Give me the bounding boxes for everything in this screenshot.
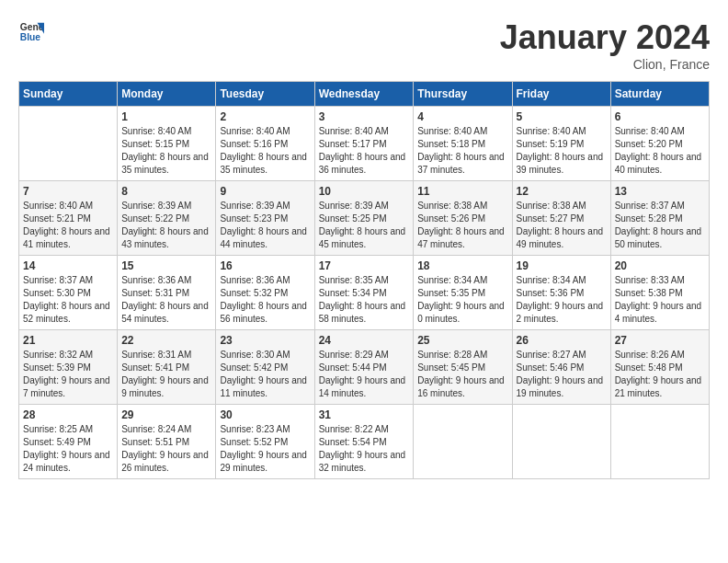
day-detail: Sunrise: 8:36 AMSunset: 5:31 PMDaylight:…: [121, 274, 211, 326]
title-block: January 2024 Clion, France: [500, 18, 710, 72]
weekday-header-cell: Saturday: [610, 82, 709, 107]
calendar-table: SundayMondayTuesdayWednesdayThursdayFrid…: [18, 81, 710, 479]
day-number: 21: [23, 334, 113, 347]
day-number: 29: [121, 408, 211, 421]
day-number: 19: [517, 259, 607, 272]
calendar-cell: 11Sunrise: 8:38 AMSunset: 5:26 PMDayligh…: [414, 181, 512, 256]
day-detail: Sunrise: 8:40 AMSunset: 5:16 PMDaylight:…: [220, 125, 310, 177]
calendar-cell: 31Sunrise: 8:22 AMSunset: 5:54 PMDayligh…: [314, 405, 414, 479]
calendar-cell: 14Sunrise: 8:37 AMSunset: 5:30 PMDayligh…: [19, 256, 118, 330]
calendar-cell: 21Sunrise: 8:32 AMSunset: 5:39 PMDayligh…: [19, 330, 118, 405]
day-detail: Sunrise: 8:34 AMSunset: 5:36 PMDaylight:…: [517, 274, 607, 326]
calendar-cell: 2Sunrise: 8:40 AMSunset: 5:16 PMDaylight…: [216, 107, 314, 181]
weekday-header-cell: Monday: [118, 82, 216, 107]
day-number: 20: [615, 259, 705, 272]
logo: General Blue: [18, 18, 44, 44]
logo-icon: General Blue: [18, 18, 44, 44]
calendar-week-row: 21Sunrise: 8:32 AMSunset: 5:39 PMDayligh…: [19, 330, 710, 405]
calendar-cell: 10Sunrise: 8:39 AMSunset: 5:25 PMDayligh…: [314, 181, 414, 256]
calendar-week-row: 28Sunrise: 8:25 AMSunset: 5:49 PMDayligh…: [19, 405, 710, 479]
day-detail: Sunrise: 8:26 AMSunset: 5:48 PMDaylight:…: [615, 349, 705, 400]
calendar-cell: 29Sunrise: 8:24 AMSunset: 5:51 PMDayligh…: [118, 405, 216, 479]
day-detail: Sunrise: 8:28 AMSunset: 5:45 PMDaylight:…: [417, 349, 507, 400]
day-detail: Sunrise: 8:39 AMSunset: 5:25 PMDaylight:…: [319, 200, 410, 251]
day-detail: Sunrise: 8:40 AMSunset: 5:18 PMDaylight:…: [417, 125, 507, 177]
day-detail: Sunrise: 8:24 AMSunset: 5:51 PMDaylight:…: [121, 423, 211, 475]
day-number: 8: [121, 185, 211, 198]
calendar-cell: 4Sunrise: 8:40 AMSunset: 5:18 PMDaylight…: [414, 107, 512, 181]
day-detail: Sunrise: 8:35 AMSunset: 5:34 PMDaylight:…: [319, 274, 410, 326]
day-detail: Sunrise: 8:37 AMSunset: 5:30 PMDaylight:…: [23, 274, 113, 326]
day-detail: Sunrise: 8:30 AMSunset: 5:42 PMDaylight:…: [220, 349, 310, 400]
day-detail: Sunrise: 8:40 AMSunset: 5:15 PMDaylight:…: [121, 125, 211, 177]
day-number: 4: [417, 110, 507, 123]
calendar-cell: 5Sunrise: 8:40 AMSunset: 5:19 PMDaylight…: [512, 107, 610, 181]
location: Clion, France: [500, 57, 710, 72]
day-number: 12: [517, 185, 607, 198]
day-detail: Sunrise: 8:40 AMSunset: 5:21 PMDaylight:…: [23, 200, 113, 251]
day-detail: Sunrise: 8:39 AMSunset: 5:23 PMDaylight:…: [220, 200, 310, 251]
page-header: General Blue January 2024 Clion, France: [18, 18, 710, 72]
calendar-cell: 1Sunrise: 8:40 AMSunset: 5:15 PMDaylight…: [118, 107, 216, 181]
day-number: 9: [220, 185, 310, 198]
calendar-week-row: 14Sunrise: 8:37 AMSunset: 5:30 PMDayligh…: [19, 256, 710, 330]
weekday-header-cell: Sunday: [19, 82, 118, 107]
day-number: 15: [121, 259, 211, 272]
weekday-header-cell: Friday: [512, 82, 610, 107]
day-detail: Sunrise: 8:32 AMSunset: 5:39 PMDaylight:…: [23, 349, 113, 400]
day-detail: Sunrise: 8:40 AMSunset: 5:17 PMDaylight:…: [319, 125, 410, 177]
calendar-cell: 13Sunrise: 8:37 AMSunset: 5:28 PMDayligh…: [610, 181, 709, 256]
day-detail: Sunrise: 8:38 AMSunset: 5:27 PMDaylight:…: [517, 200, 607, 251]
day-number: 27: [615, 334, 705, 347]
day-detail: Sunrise: 8:31 AMSunset: 5:41 PMDaylight:…: [121, 349, 211, 400]
calendar-cell: 17Sunrise: 8:35 AMSunset: 5:34 PMDayligh…: [314, 256, 414, 330]
day-detail: Sunrise: 8:40 AMSunset: 5:19 PMDaylight:…: [517, 125, 607, 177]
calendar-cell: 3Sunrise: 8:40 AMSunset: 5:17 PMDaylight…: [314, 107, 414, 181]
day-number: 22: [121, 334, 211, 347]
day-number: 11: [417, 185, 507, 198]
day-number: 3: [319, 110, 410, 123]
day-detail: Sunrise: 8:36 AMSunset: 5:32 PMDaylight:…: [220, 274, 310, 326]
day-number: 18: [417, 259, 507, 272]
calendar-cell: [512, 405, 610, 479]
calendar-cell: 22Sunrise: 8:31 AMSunset: 5:41 PMDayligh…: [118, 330, 216, 405]
day-number: 23: [220, 334, 310, 347]
day-number: 7: [23, 185, 113, 198]
calendar-week-row: 7Sunrise: 8:40 AMSunset: 5:21 PMDaylight…: [19, 181, 710, 256]
weekday-header-cell: Tuesday: [216, 82, 314, 107]
day-detail: Sunrise: 8:25 AMSunset: 5:49 PMDaylight:…: [23, 423, 113, 475]
day-detail: Sunrise: 8:40 AMSunset: 5:20 PMDaylight:…: [615, 125, 705, 177]
calendar-cell: 7Sunrise: 8:40 AMSunset: 5:21 PMDaylight…: [19, 181, 118, 256]
calendar-cell: 27Sunrise: 8:26 AMSunset: 5:48 PMDayligh…: [610, 330, 709, 405]
weekday-header-cell: Thursday: [414, 82, 512, 107]
calendar-cell: 30Sunrise: 8:23 AMSunset: 5:52 PMDayligh…: [216, 405, 314, 479]
calendar-cell: 23Sunrise: 8:30 AMSunset: 5:42 PMDayligh…: [216, 330, 314, 405]
calendar-cell: 15Sunrise: 8:36 AMSunset: 5:31 PMDayligh…: [118, 256, 216, 330]
day-number: 28: [23, 408, 113, 421]
day-number: 6: [615, 110, 705, 123]
day-number: 13: [615, 185, 705, 198]
day-detail: Sunrise: 8:37 AMSunset: 5:28 PMDaylight:…: [615, 200, 705, 251]
weekday-header-cell: Wednesday: [314, 82, 414, 107]
calendar-cell: [414, 405, 512, 479]
day-number: 5: [517, 110, 607, 123]
day-number: 24: [319, 334, 410, 347]
day-number: 26: [517, 334, 607, 347]
weekday-header-row: SundayMondayTuesdayWednesdayThursdayFrid…: [19, 82, 710, 107]
day-number: 31: [319, 408, 410, 421]
day-detail: Sunrise: 8:34 AMSunset: 5:35 PMDaylight:…: [417, 274, 507, 326]
day-detail: Sunrise: 8:23 AMSunset: 5:52 PMDaylight:…: [220, 423, 310, 475]
calendar-week-row: 1Sunrise: 8:40 AMSunset: 5:15 PMDaylight…: [19, 107, 710, 181]
calendar-cell: [610, 405, 709, 479]
calendar-cell: 25Sunrise: 8:28 AMSunset: 5:45 PMDayligh…: [414, 330, 512, 405]
day-detail: Sunrise: 8:27 AMSunset: 5:46 PMDaylight:…: [517, 349, 607, 400]
month-title: January 2024: [500, 18, 710, 57]
calendar-cell: 8Sunrise: 8:39 AMSunset: 5:22 PMDaylight…: [118, 181, 216, 256]
calendar-cell: 24Sunrise: 8:29 AMSunset: 5:44 PMDayligh…: [314, 330, 414, 405]
day-detail: Sunrise: 8:38 AMSunset: 5:26 PMDaylight:…: [417, 200, 507, 251]
calendar-cell: 19Sunrise: 8:34 AMSunset: 5:36 PMDayligh…: [512, 256, 610, 330]
calendar-cell: 16Sunrise: 8:36 AMSunset: 5:32 PMDayligh…: [216, 256, 314, 330]
day-number: 16: [220, 259, 310, 272]
calendar-cell: 28Sunrise: 8:25 AMSunset: 5:49 PMDayligh…: [19, 405, 118, 479]
day-number: 1: [121, 110, 211, 123]
